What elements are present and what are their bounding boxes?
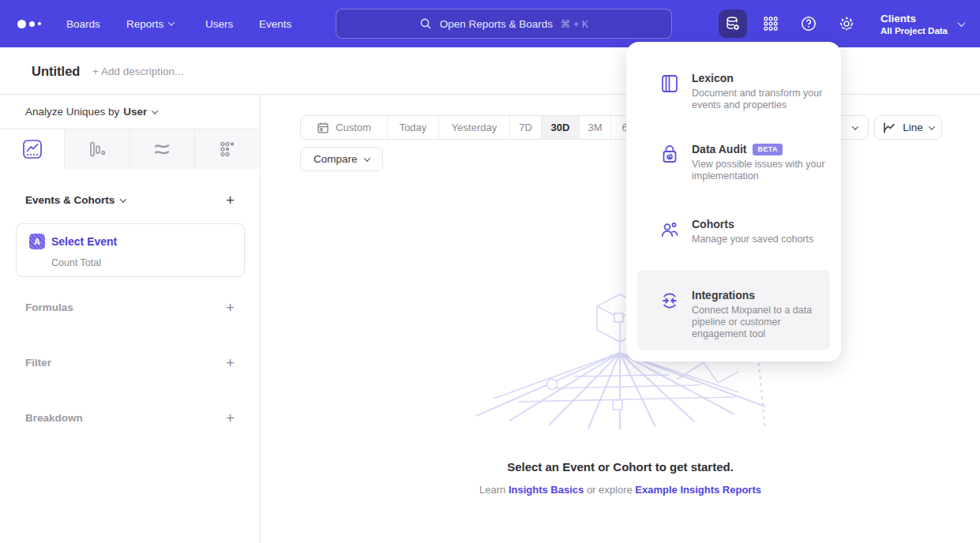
menu-item-description: Connect Mixpanel to a data pipeline or c… [692,305,830,340]
empty-state-subtitle: Learn Insights Basics or explore Example… [261,484,980,496]
help-icon [800,15,817,32]
mixpanel-logo-icon[interactable] [17,17,49,30]
add-event-button[interactable]: + [226,193,235,208]
select-event-label[interactable]: Select Event [51,235,117,248]
date-range-label: 30D [551,122,570,133]
apps-grid-button[interactable] [757,9,785,38]
date-range-30d[interactable]: 30D [542,116,580,139]
line-chart-icon [22,139,43,159]
menu-item-description: Document and transform your events and p… [692,88,830,111]
subtitle-prefix: Learn [479,484,505,496]
menu-item-integrations[interactable]: Integrations Connect Mixpanel to a data … [637,289,830,360]
main-content: Custom Today Yesterday 7D 30D 3M 6M Comp… [261,95,980,543]
search-shortcut: ⌘ + K [561,18,588,30]
analyze-row: Analyze Uniques by User [0,95,261,129]
bar-chart-icon [88,140,107,159]
chart-style-dropdown[interactable]: Line [874,115,942,140]
tab-metric-view[interactable] [195,129,260,169]
formulas-label: Formulas [25,301,73,313]
add-breakdown-button[interactable]: + [226,410,235,425]
line-chart-icon [882,121,896,135]
breakdown-label: Breakdown [25,412,83,424]
date-range-label: Today [400,122,427,133]
date-range-label: Custom [336,122,371,133]
audit-icon [659,144,680,165]
date-range-label: 3M [588,122,602,133]
chevron-down-icon [929,123,935,129]
integrations-icon [659,290,680,311]
menu-item-lexicon[interactable]: Lexicon Document and transform your even… [637,72,830,127]
nav-users-label: Users [205,18,233,30]
menu-item-data-audit[interactable]: Data Audit BETA View possible issues wit… [637,143,830,206]
book-icon [659,73,680,94]
date-range-custom[interactable]: Custom [301,116,388,139]
beta-badge: BETA [753,144,782,155]
menu-item-title: Lexicon [692,72,734,84]
nav-boards-label: Boards [66,18,100,30]
events-cohorts-label: Events & Cohorts [25,194,115,206]
cohorts-icon [659,219,680,240]
menu-item-title: Cohorts [692,218,734,230]
events-cohorts-header[interactable]: Events & Cohorts [25,194,126,206]
analyze-by-dropdown[interactable]: User [123,106,157,118]
chevron-down-icon [152,107,158,114]
menu-item-cohorts[interactable]: Cohorts Manage your saved cohorts [637,218,830,261]
top-nav: Boards Reports Users Events Open Reports… [0,0,980,47]
search-placeholder: Open Reports & Boards [440,18,553,30]
project-switcher[interactable]: Clients All Project Data [880,8,964,39]
menu-item-title: Data Audit [692,143,746,155]
nav-events[interactable]: Events [259,0,291,47]
date-range-control: Custom Today Yesterday 7D 30D 3M 6M [300,115,648,140]
menu-item-description: Manage your saved cohorts [692,234,830,245]
events-cohorts-section: Events & Cohorts + [25,193,235,208]
menu-item-description: View possible issues with your implement… [692,159,830,182]
chevron-down-icon [363,155,370,161]
formulas-section: Formulas + [25,300,235,315]
tab-insights-line[interactable] [0,129,65,169]
event-card[interactable]: A Select Event Count Total [16,223,245,277]
help-button[interactable] [794,9,823,38]
metric-dots-icon [218,140,237,159]
nav-users[interactable]: Users [205,0,233,47]
date-range-label: 7D [519,122,532,133]
account-name: Clients [880,12,948,25]
date-range-yesterday[interactable]: Yesterday [439,116,510,139]
flow-chart-icon [152,140,171,159]
report-title[interactable]: Untitled [32,64,80,79]
date-range-label: Yesterday [452,122,497,133]
add-formula-button[interactable]: + [226,300,235,315]
query-sidebar: Analyze Uniques by User [0,95,261,543]
nav-reports[interactable]: Reports [126,0,174,47]
chart-style-label: Line [903,122,923,133]
gear-icon [838,15,855,32]
grid-icon [763,16,779,32]
chart-type-tabs [0,129,260,169]
search-icon [419,17,432,30]
add-filter-button[interactable]: + [226,355,235,370]
filter-label: Filter [25,357,51,369]
add-description-field[interactable]: + Add description... [92,66,183,77]
breakdown-section: Breakdown + [25,410,235,425]
tab-stacked-chart[interactable] [130,129,195,169]
insights-basics-link[interactable]: Insights Basics [509,484,584,496]
global-search-input[interactable]: Open Reports & Boards ⌘ + K [336,9,672,39]
date-range-3m[interactable]: 3M [580,116,611,139]
data-management-menu: Lexicon Document and transform your even… [626,42,841,361]
analyze-value: User [123,106,147,118]
date-range-7d[interactable]: 7D [510,116,542,139]
mixpanel-app: Boards Reports Users Events Open Reports… [0,0,980,543]
tab-bar-chart[interactable] [65,129,130,169]
data-management-button[interactable] [719,9,747,38]
calendar-icon [317,122,329,134]
compare-dropdown[interactable]: Compare [300,147,383,171]
database-gear-icon [724,15,742,32]
series-badge: A [29,234,45,249]
nav-boards[interactable]: Boards [66,0,100,47]
count-total-dropdown[interactable]: Count Total [51,257,101,268]
nav-reports-label: Reports [126,18,163,30]
example-reports-link[interactable]: Example Insights Reports [635,484,761,496]
date-range-today[interactable]: Today [388,116,439,139]
settings-button[interactable] [832,9,861,38]
analyze-label: Analyze Uniques by [25,106,119,118]
filter-section: Filter + [25,355,235,370]
